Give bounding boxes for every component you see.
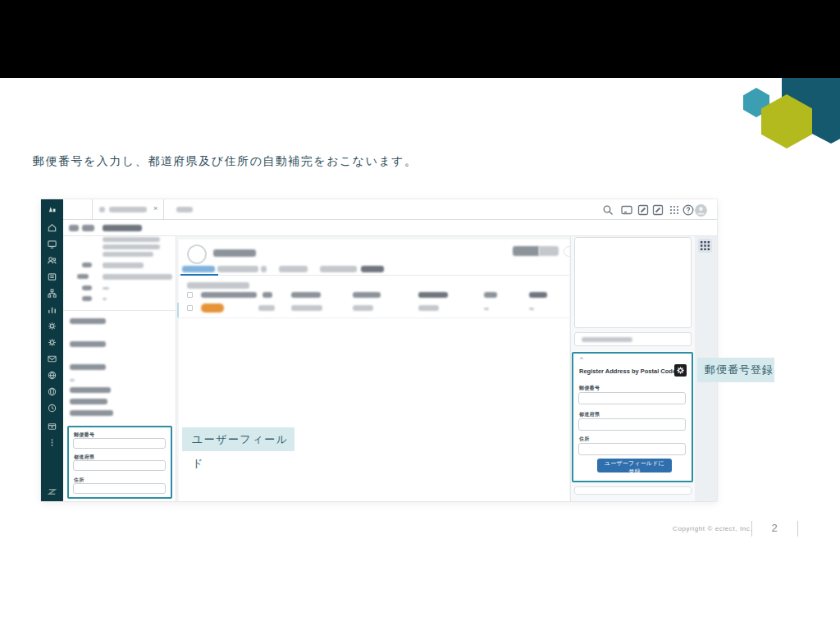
app-breadcrumb-bar — [63, 220, 717, 236]
tab-title-redacted — [109, 207, 147, 212]
views-icon[interactable] — [47, 239, 57, 249]
help-icon[interactable] — [682, 203, 695, 217]
compose-alt-icon[interactable] — [651, 203, 664, 217]
tab-redacted[interactable] — [320, 266, 357, 272]
admin-icon[interactable] — [47, 337, 57, 348]
widget-prefecture-label: 都道府県 — [579, 411, 600, 418]
widget-postal-code-label: 郵便番号 — [579, 385, 600, 392]
slide: 郵便番号を入力し、都道府県及び住所の自動補完をおこないます。 — [0, 0, 840, 630]
customers-icon[interactable] — [47, 255, 57, 266]
widget-postal-code-input[interactable] — [578, 392, 686, 404]
globe-icon[interactable] — [47, 386, 57, 397]
home-icon[interactable] — [47, 222, 57, 233]
requester-avatar — [187, 244, 207, 264]
redacted-text — [70, 379, 75, 381]
collapse-caret-icon[interactable]: ^ — [580, 355, 583, 363]
address-input[interactable] — [73, 483, 166, 494]
column-header-redacted — [201, 292, 257, 298]
row-select-indicator — [177, 303, 179, 317]
messages-icon[interactable] — [47, 354, 57, 364]
redacted-value — [103, 262, 144, 268]
tab-badge-redacted — [261, 266, 267, 272]
redacted-field-label — [70, 399, 107, 404]
tab-favicon-redacted — [99, 207, 105, 212]
app-nav-sidebar — [41, 199, 63, 501]
widget-prefecture-input[interactable] — [578, 418, 686, 431]
console-icon[interactable] — [620, 203, 633, 217]
more-icon[interactable] — [47, 437, 57, 448]
prefecture-input[interactable] — [73, 460, 166, 471]
breadcrumb-redacted[interactable] — [82, 225, 94, 231]
footer-divider — [751, 521, 752, 536]
settings-icon[interactable] — [47, 321, 57, 331]
organizations-icon[interactable] — [47, 272, 57, 282]
app-card-clipped — [574, 486, 692, 495]
redacted-field-label — [70, 387, 111, 393]
redacted-field-label — [70, 318, 106, 324]
breadcrumb-redacted[interactable] — [103, 225, 142, 231]
tab-active-redacted[interactable] — [182, 266, 215, 272]
departments-icon[interactable] — [47, 288, 57, 299]
column-header-redacted — [484, 292, 497, 298]
tab-redacted[interactable] — [279, 266, 308, 272]
tab-redacted[interactable] — [361, 266, 384, 272]
app-card-small — [574, 332, 692, 346]
ticket-tab[interactable]: × — [92, 199, 164, 219]
zendesk-logo-icon — [47, 486, 57, 497]
redacted-text — [103, 237, 160, 242]
header-button-redacted[interactable] — [513, 246, 539, 256]
redacted-field-label — [70, 410, 113, 416]
reporting-icon[interactable] — [47, 304, 57, 315]
column-header-redacted — [291, 292, 321, 298]
app-card-empty — [574, 237, 692, 328]
channels-icon[interactable] — [47, 370, 57, 381]
schedule-icon[interactable] — [47, 403, 57, 413]
avatar[interactable] — [694, 203, 707, 217]
ticket-card — [179, 240, 569, 501]
annotation-postal-register: 郵便番号登録 — [697, 358, 774, 382]
cell-redacted — [484, 308, 489, 310]
column-header-redacted — [262, 292, 272, 298]
redacted-label — [82, 285, 92, 290]
postal-code-input[interactable] — [73, 438, 166, 449]
cell-redacted — [258, 305, 275, 311]
column-header-redacted — [418, 292, 448, 298]
footer-copyright: Copyright © eclect, Inc. — [673, 525, 752, 532]
apps-toggle-button[interactable] — [698, 239, 712, 253]
requester-name-redacted — [213, 249, 256, 257]
new-tab-redacted[interactable] — [176, 207, 193, 212]
widget-gear-button[interactable] — [674, 364, 687, 377]
archive-icon[interactable] — [47, 421, 57, 431]
row-checkbox[interactable] — [187, 305, 193, 311]
redacted-value — [103, 274, 172, 280]
tab-redacted[interactable] — [217, 266, 258, 272]
widget-title: Register Address by Postal Code — [579, 368, 676, 375]
tabs-divider — [179, 275, 569, 276]
redacted-label — [82, 296, 92, 301]
widget-address-input[interactable] — [578, 443, 686, 455]
row-divider — [179, 317, 569, 318]
redacted-field-label — [70, 364, 106, 370]
breadcrumb-redacted[interactable] — [69, 225, 79, 231]
compose-icon[interactable] — [637, 203, 650, 217]
active-tab-underline — [180, 274, 218, 276]
app-logo-icon[interactable] — [47, 204, 57, 215]
column-header-redacted — [529, 292, 547, 298]
header-button-caret-redacted[interactable] — [539, 246, 559, 256]
cell-redacted — [418, 305, 439, 311]
footer-page-number: 2 — [763, 522, 786, 534]
redacted-text — [582, 337, 632, 342]
postal-code-widget-highlight-box: ^ Register Address by Postal Code 郵便番号 都… — [572, 352, 693, 482]
panel-divider — [63, 310, 176, 311]
cell-redacted — [353, 305, 373, 311]
tab-close-icon[interactable]: × — [153, 204, 158, 212]
footer-divider — [797, 521, 798, 536]
slide-heading: 郵便番号を入力し、都道府県及び住所の自動補完をおこないます。 — [33, 154, 418, 169]
apps-grid-icon[interactable] — [668, 203, 681, 217]
cell-redacted — [291, 305, 322, 311]
column-header-redacted — [353, 292, 381, 298]
register-user-field-button[interactable]: ユーザーフィールドに登録 — [597, 459, 672, 472]
search-icon[interactable] — [601, 203, 614, 217]
select-all-checkbox[interactable] — [187, 292, 193, 298]
redacted-text — [103, 252, 153, 257]
